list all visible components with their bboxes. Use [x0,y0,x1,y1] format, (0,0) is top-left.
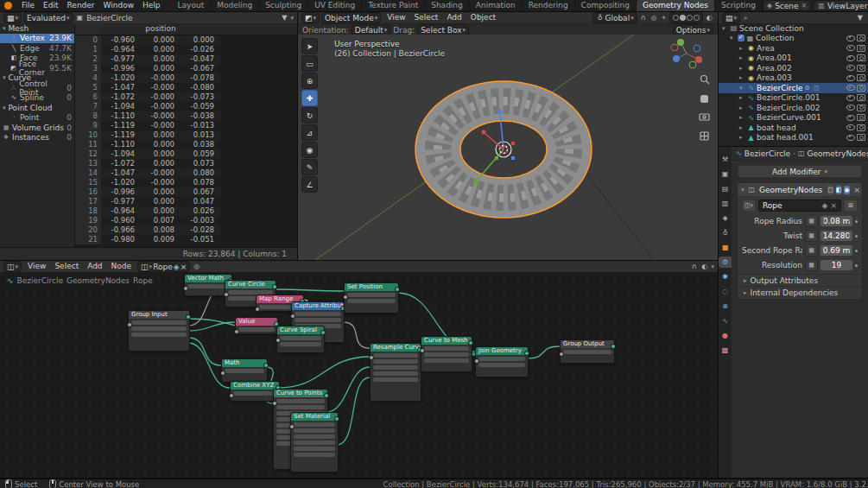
outliner-row[interactable]: ▸ ◉ Area [719,43,868,54]
tool-button[interactable]: ▭ [301,55,318,72]
menu-item[interactable]: File [17,0,39,11]
properties-tab[interactable]: ✱ [719,271,732,282]
domain-row[interactable]: ▾ Point Cloud [0,103,74,113]
table-row[interactable]: 2 -0.977 0.000 -0.047 [75,54,220,64]
table-row[interactable]: 21 -0.980 0.009 -0.051 [75,235,220,244]
snap-icon[interactable]: ∩ [639,14,648,22]
table-row[interactable]: 9 -1.119 -0.000 -0.013 [75,121,220,130]
rendered-shading-button[interactable] [694,15,700,21]
browse-nodetree-button[interactable]: ◫▾ [742,200,756,212]
editor-type-button[interactable]: ◩ ▾ [301,12,320,23]
editor-type-button[interactable]: ◫ ▾ [3,261,22,272]
domain-row[interactable]: ◩ Face Corner 95.5K [0,63,74,73]
value-field[interactable]: 19 [820,260,852,270]
increment-arrow[interactable]: › [848,231,851,241]
table-row[interactable]: 13 -1.072 0.000 0.073 [75,159,220,168]
increment-arrow[interactable]: › [848,216,851,226]
collapsed-section[interactable]: ▸ Internal Dependencies [738,286,862,298]
remove-modifier-icon[interactable]: × [852,186,863,194]
table-row[interactable]: 3 -0.996 0.000 -0.067 [75,64,220,73]
outliner-row[interactable]: ▸ ∿ BezierCurve.001 [719,113,868,124]
workspace-tab[interactable]: Geometry Nodes [637,0,715,11]
domain-row[interactable]: ∴ Control Point 0 [0,83,74,93]
snap-icon[interactable]: ∩ [690,263,699,270]
breadcrumb-segment[interactable]: Rope [133,276,153,285]
hide-eye-icon[interactable] [846,115,855,121]
table-row[interactable]: 0 -0.960 0.000 0.000 [75,35,220,45]
tool-button[interactable]: ⊕ [301,73,318,89]
tool-button[interactable]: ➤ [301,38,318,54]
outliner-row[interactable]: ▸ ◉ Area.003 [719,73,868,84]
solid-shading-button[interactable] [680,15,686,21]
decorator-dot[interactable] [855,235,858,238]
table-row[interactable]: 15 -1.020 -0.000 0.078 [75,178,220,187]
workspace-tab[interactable]: Texture Paint [362,0,425,11]
gizmo-toggle-icon[interactable]: ⌖ [661,14,668,22]
menu-item[interactable]: Add [83,261,106,272]
domain-row[interactable]: ❖ Instances 0 [0,133,74,143]
table-row[interactable]: 14 -1.047 -0.000 0.080 [75,168,220,178]
chevron-down-icon[interactable]: ▾ [711,263,714,270]
workspace-tab[interactable]: Scripting [715,0,763,11]
expand-icon[interactable]: ▾ [739,85,745,92]
pin-icon[interactable]: ◎ [192,263,201,270]
workspace-tab[interactable]: Animation [470,0,523,11]
node-join-geometry[interactable]: Join Geometry [475,346,529,377]
table-row[interactable]: 20 -0.966 0.008 -0.028 [75,225,220,235]
tool-button[interactable]: ✚ [301,90,318,106]
disable-render-icon[interactable] [857,65,865,72]
decrement-arrow[interactable]: ‹ [822,216,825,226]
menu-item[interactable]: Object [466,12,500,23]
outliner-row[interactable]: ▸ ◉ Area.001 [719,54,868,64]
add-modifier-button[interactable]: Add Modifier ▾ [738,165,862,178]
input-attribute-toggle[interactable]: ▦ [805,215,818,227]
unlink-icon[interactable]: × [830,201,837,210]
editor-type-button[interactable]: ▦ ▾ [3,12,22,23]
table-row[interactable]: 10 -1.119 0.000 0.013 [75,130,220,140]
table-row[interactable]: 12 -1.094 0.000 0.059 [75,149,220,159]
node-group-input[interactable]: Group Input [128,310,190,352]
disable-render-icon[interactable] [857,45,865,52]
outliner-row[interactable]: ▸ ▲ boat head.001 [719,133,868,143]
table-row[interactable]: 17 -0.977 0.000 0.047 [75,197,220,206]
tool-button[interactable]: ✎ [301,159,318,175]
expand-icon[interactable]: ▾ [730,35,736,41]
domain-row[interactable]: · Point 0 [0,113,74,124]
breadcrumb-segment[interactable]: BezierCircle [17,276,63,285]
hide-eye-icon[interactable] [846,45,855,51]
breadcrumb-modifier[interactable]: GeometryNodes [808,149,868,158]
proportional-edit-icon[interactable]: ◎ [649,14,659,22]
expand-icon[interactable]: ▾ [3,25,6,32]
node-resample-curve[interactable]: Resample Curve [370,343,421,402]
table-row[interactable]: 8 -1.110 -0.000 -0.038 [75,111,220,121]
overlays-icon[interactable]: ◐ [700,263,710,270]
menu-item[interactable]: Node [107,261,136,272]
disable-render-icon[interactable] [857,124,865,131]
realtime-toggle[interactable]: ◧ [836,186,842,194]
table-row[interactable]: 7 -1.094 -0.000 -0.059 [75,102,220,111]
menu-item[interactable]: Add [442,12,466,23]
menu-item[interactable]: Window [99,0,139,11]
table-row[interactable]: 5 -1.047 -0.000 -0.080 [75,83,220,92]
workspace-tab[interactable]: Sculpting [259,0,308,11]
table-row[interactable]: 16 -0.996 0.000 0.067 [75,187,220,197]
hide-eye-icon[interactable] [846,75,855,81]
outliner-row[interactable]: ▸ ∿ BezierCircle.001 [719,93,868,104]
node-curve-to-mesh[interactable]: Curve to Mesh [421,336,472,372]
chevron-down-icon[interactable]: ▾ [290,15,294,22]
tool-button[interactable]: ⊿ [301,124,318,141]
hide-eye-icon[interactable] [846,35,855,41]
disable-render-icon[interactable] [857,35,865,41]
menu-item[interactable]: Render [63,0,99,11]
disable-render-icon[interactable] [857,134,865,141]
node-group-selector[interactable]: ◫ ▾ Rope ◈ × [137,261,190,272]
domain-row[interactable]: ▾ Mesh [0,23,74,34]
unlink-icon[interactable]: × [181,263,187,271]
expand-icon[interactable]: ▾ [722,25,728,32]
properties-tab[interactable]: ▩ [719,345,732,356]
node-graph[interactable]: ∿ BezierCircleGeometryNodesRope Vector M… [0,272,718,478]
hide-eye-icon[interactable] [846,65,855,71]
edit-mode-toggle[interactable]: ▢ [827,186,833,194]
node-set-position[interactable]: Set Position [344,282,399,314]
table-row[interactable]: 18 -0.964 0.000 0.026 [75,206,220,216]
